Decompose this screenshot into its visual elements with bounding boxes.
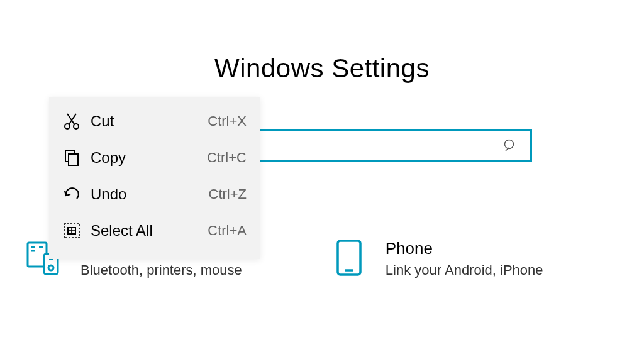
menu-shortcut: Ctrl+C [207,150,247,166]
select-all-icon [60,221,83,240]
menu-label: Undo [91,185,209,203]
tile-text: Phone Link your Android, iPhone [386,239,543,279]
tile-title: Phone [386,239,543,258]
phone-icon [330,239,368,277]
menu-label: Copy [91,149,207,167]
menu-label: Select All [91,222,208,240]
menu-item-cut[interactable]: Cut Ctrl+X [49,103,260,140]
svg-point-0 [505,140,514,149]
tile-description: Link your Android, iPhone [386,262,543,279]
cut-icon [60,112,83,131]
svg-line-14 [67,114,75,124]
menu-label: Cut [91,113,208,130]
context-menu: Cut Ctrl+X Copy Ctrl+C Undo Ctrl+Z [49,97,260,259]
undo-icon [60,185,83,204]
copy-icon [60,148,83,167]
tile-phone[interactable]: Phone Link your Android, iPhone [330,239,543,279]
menu-shortcut: Ctrl+X [208,113,247,130]
search-icon[interactable] [502,138,518,153]
menu-item-select-all[interactable]: Select All Ctrl+A [49,213,260,249]
menu-item-undo[interactable]: Undo Ctrl+Z [49,176,260,213]
svg-line-13 [69,114,77,124]
menu-shortcut: Ctrl+Z [209,186,247,202]
menu-shortcut: Ctrl+A [208,223,247,239]
svg-rect-15 [69,154,78,165]
menu-item-copy[interactable]: Copy Ctrl+C [49,140,260,176]
tile-description: Bluetooth, printers, mouse [80,262,242,279]
page-title: Windows Settings [0,53,644,84]
